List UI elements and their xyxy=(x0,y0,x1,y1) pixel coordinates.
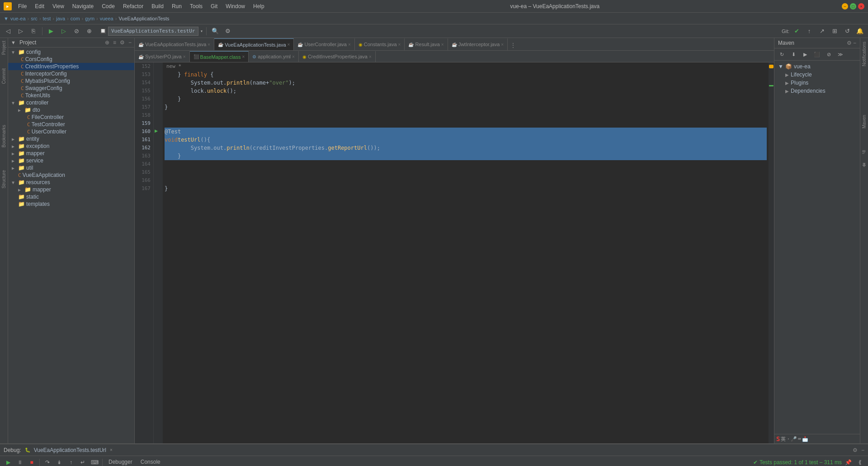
notification-icon[interactable]: Notifications xyxy=(862,40,867,68)
tab-creditinvest[interactable]: ◉ CreditInvestProperties.java × xyxy=(299,51,376,62)
profile-button[interactable]: ⊕ xyxy=(84,26,94,36)
debug-run-button[interactable]: ▷ xyxy=(58,26,69,36)
menu-edit[interactable]: Edit xyxy=(31,2,48,10)
tab-result[interactable]: ☕ Result.java × xyxy=(405,38,448,50)
project-toolbar-icon4[interactable]: − xyxy=(128,39,132,46)
tree-item-mybatisplus[interactable]: C MybatisPlusConfig xyxy=(8,77,134,85)
tab-vueea2[interactable]: ☕ VueEaApplicationTests.java × xyxy=(214,38,294,50)
tree-item-service[interactable]: ▶ 📁 service xyxy=(8,157,134,164)
maven-skip-tests-button[interactable]: ⊘ xyxy=(823,49,834,59)
tree-item-entity[interactable]: ▶ 📁 entity xyxy=(8,135,134,143)
tab-vueea1[interactable]: ☕ VueEaApplicationTests.java × xyxy=(135,38,214,50)
debug-session-label[interactable]: VueEaApplicationTests.testUrl xyxy=(34,447,106,453)
tree-item-swaggerconfig[interactable]: C SwaggerConfig xyxy=(8,85,134,92)
debug-step-into-button[interactable]: ↡ xyxy=(54,457,65,466)
debug-expand-button[interactable]: ⟪ xyxy=(854,457,865,466)
debug-step-over-button[interactable]: ↷ xyxy=(42,457,53,466)
tab-more[interactable]: ⋮ xyxy=(508,40,519,50)
debug-run-to-cursor-button[interactable]: ↵ xyxy=(77,457,88,466)
recent-files-button[interactable]: ⎘ xyxy=(28,26,39,36)
git-push-button[interactable]: ↗ xyxy=(816,26,827,36)
settings-button[interactable]: ⚙ xyxy=(222,26,233,36)
menu-navigate[interactable]: Navigate xyxy=(69,2,97,10)
tree-item-controller[interactable]: ▼ 📁 controller xyxy=(8,99,134,106)
debug-evaluate-button[interactable]: ⌨ xyxy=(89,457,100,466)
back-button[interactable]: ◁ xyxy=(3,26,14,36)
breadcrumb-com[interactable]: com xyxy=(71,16,80,21)
debug-pause-button[interactable]: ⏸ xyxy=(14,457,25,466)
maven-lifecycle[interactable]: ▶ Lifecycle xyxy=(776,71,858,79)
tab-applicationyml[interactable]: ⚙ application.yml × xyxy=(249,51,299,62)
tab-close-7[interactable]: × xyxy=(183,54,186,59)
tab-close-6[interactable]: × xyxy=(501,42,504,47)
run-config-input[interactable] xyxy=(108,27,198,36)
menu-refactor[interactable]: Refactor xyxy=(119,2,147,10)
code-content[interactable]: new * } finally { System.out.println(nam… xyxy=(163,62,769,443)
close-button[interactable]: × xyxy=(858,3,864,10)
coverage-button[interactable]: ⊘ xyxy=(71,26,82,36)
debug-session-close[interactable]: × xyxy=(110,447,113,452)
project-toolbar-icon1[interactable]: ⊕ xyxy=(105,39,109,46)
tree-item-config[interactable]: ▼ 📁 config xyxy=(8,48,134,56)
menu-file[interactable]: File xyxy=(14,2,30,10)
tab-close-4[interactable]: × xyxy=(398,42,401,47)
search-everywhere-button[interactable]: 🔍 xyxy=(210,26,221,36)
breadcrumb-vueea[interactable]: vueea xyxy=(100,16,113,21)
print-side-icon[interactable]: 🖨 xyxy=(862,148,867,157)
project-toolbar-icon2[interactable]: ≡ xyxy=(113,39,116,46)
tab-sysuserpо[interactable]: ☕ SysUserPO.java × xyxy=(135,51,190,62)
menu-git[interactable]: Git xyxy=(207,2,221,10)
delete-side-icon[interactable]: 🗑 xyxy=(862,161,867,169)
commit-icon[interactable]: Commit xyxy=(1,67,6,86)
tree-item-tokenutils[interactable]: C TokenUtils xyxy=(8,92,134,99)
menu-run[interactable]: Run xyxy=(168,2,185,10)
maven-more-button[interactable]: ≫ xyxy=(835,49,846,59)
tree-item-corsconfig[interactable]: C CorsConfig xyxy=(8,56,134,63)
tree-item-dto[interactable]: ▶ 📁 dto xyxy=(8,106,134,114)
breadcrumb-test[interactable]: test xyxy=(43,16,51,21)
menu-help[interactable]: Help xyxy=(250,2,268,10)
tab-usercontroller[interactable]: ☕ UserController.java × xyxy=(294,38,354,50)
maven-settings-icon[interactable]: ⚙ xyxy=(847,40,852,46)
minimize-button[interactable]: − xyxy=(842,3,848,10)
project-toolbar-icon3[interactable]: ⚙ xyxy=(120,39,125,46)
maven-download-button[interactable]: ⬇ xyxy=(788,49,799,59)
tab-close-5[interactable]: × xyxy=(441,42,444,47)
tree-item-mapper[interactable]: ▶ 📁 mapper xyxy=(8,150,134,157)
breadcrumb-java[interactable]: java xyxy=(56,16,65,21)
debug-settings-icon[interactable]: ⚙ xyxy=(853,447,858,453)
tab-constants[interactable]: ◉ Constants.java × xyxy=(355,38,405,50)
tree-item-static[interactable]: 📁 static xyxy=(8,193,134,200)
project-icon[interactable]: Project xyxy=(1,39,6,57)
menu-code[interactable]: Code xyxy=(98,2,118,10)
breadcrumb-class[interactable]: VueEaApplicationTests xyxy=(118,16,169,21)
tree-item-testcontroller[interactable]: C TestController xyxy=(8,121,134,128)
maven-project-root[interactable]: ▼ 📦 vue-ea xyxy=(776,62,858,71)
tab-debugger[interactable]: Debugger xyxy=(105,458,136,466)
maven-plugins[interactable]: ▶ Plugins xyxy=(776,79,858,87)
tree-item-usercontroller[interactable]: C UserController xyxy=(8,128,134,135)
tab-basemapper[interactable]: ⬛ BaseMapper.class × xyxy=(190,51,249,62)
maven-refresh-button[interactable]: ↻ xyxy=(776,49,787,59)
tree-item-filecontroller[interactable]: C FileController xyxy=(8,114,134,121)
debug-stop-button[interactable]: ■ xyxy=(26,457,37,466)
maven-close-icon[interactable]: − xyxy=(853,40,856,46)
maximize-button[interactable]: □ xyxy=(850,3,856,10)
tab-close-1[interactable]: × xyxy=(208,42,210,47)
git-check-button[interactable]: ✔ xyxy=(791,26,802,36)
maven-debug-button[interactable]: ⬛ xyxy=(811,49,822,59)
maven-side-icon[interactable]: Maven xyxy=(862,113,867,130)
git-update-button[interactable]: ↑ xyxy=(804,26,815,36)
tree-item-util[interactable]: ▶ 📁 util xyxy=(8,164,134,171)
structure-icon[interactable]: Structure xyxy=(1,168,6,190)
menu-view[interactable]: View xyxy=(49,2,68,10)
run-config-selector[interactable]: 🔲 ▾ xyxy=(100,27,203,36)
tab-jwtinterceptor[interactable]: ☕ JwtInterceptor.java × xyxy=(448,38,508,50)
tree-item-templates[interactable]: 📁 templates xyxy=(8,200,134,208)
breadcrumb-src[interactable]: src xyxy=(31,16,38,21)
tree-item-exception[interactable]: ▶ 📁 exception xyxy=(8,143,134,150)
git-rollback-button[interactable]: ↺ xyxy=(842,26,853,36)
maven-run-button[interactable]: ▶ xyxy=(800,49,811,59)
tab-close-10[interactable]: × xyxy=(369,54,372,59)
bookmark-icon[interactable]: Bookmarks xyxy=(1,123,6,149)
